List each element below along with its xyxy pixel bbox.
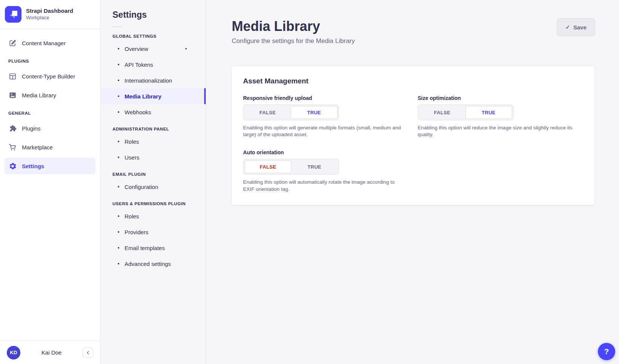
bullet-icon	[118, 231, 119, 233]
settings-nav-item-label: API Tokens	[125, 61, 153, 68]
field-help: Enabling this option will generate multi…	[243, 124, 405, 138]
sidebar-item-label: Media Library	[22, 92, 56, 98]
bullet-icon	[118, 48, 119, 49]
toggle-option-true[interactable]: TRUE	[465, 106, 512, 119]
settings-nav-item-webhooks[interactable]: Webhooks	[100, 104, 206, 120]
settings-nav-item-label: Email templates	[125, 245, 165, 251]
pen-icon	[8, 39, 17, 47]
settings-nav-item-label: Users	[125, 154, 139, 161]
field-label: Size optimization	[418, 95, 584, 101]
nav-section-title: PLUGINS	[5, 59, 95, 63]
bullet-icon	[118, 186, 119, 187]
sidebar-item-plugins[interactable]: Plugins	[5, 120, 95, 137]
settings-nav-item-media-library[interactable]: Media Library	[100, 88, 206, 104]
bullet-icon	[118, 247, 119, 249]
avatar[interactable]: KD	[7, 346, 20, 359]
settings-nav-item-label: Media Library	[125, 93, 162, 100]
sidebar-item-settings[interactable]: Settings	[5, 158, 95, 174]
bullet-icon	[118, 263, 119, 264]
help-button[interactable]: ?	[598, 343, 615, 360]
user-name: Kai Doe	[24, 349, 79, 356]
bullet-icon	[118, 64, 119, 65]
toggle-option-true[interactable]: TRUE	[291, 160, 337, 173]
collapse-sidebar-button[interactable]	[83, 347, 93, 358]
brand-text: Strapi Dashboard Workplace	[26, 8, 73, 21]
save-button-label: Save	[573, 24, 587, 31]
cart-icon	[8, 143, 17, 151]
field-responsive-friendly-upload: Responsive friendly upload FALSE TRUE En…	[243, 95, 409, 138]
field-help: Enabling this option will reduce the ima…	[418, 124, 580, 138]
field-size-optimization: Size optimization FALSE TRUE Enabling th…	[418, 95, 584, 138]
gear-icon	[8, 162, 17, 170]
field-auto-orientation: Auto orientation FALSE TRUE Enabling thi…	[243, 149, 409, 192]
subnav-section-global-settings: GLOBAL SETTINGS Overview API Tokens Inte…	[100, 34, 206, 120]
toggle-auto-orientation: FALSE TRUE	[243, 159, 339, 175]
primary-sidebar: Strapi Dashboard Workplace Content Manag…	[0, 0, 100, 364]
settings-nav-item-overview[interactable]: Overview	[100, 41, 206, 57]
sidebar-item-content-manager[interactable]: Content Manager	[5, 35, 95, 51]
settings-nav-item-label: Configuration	[125, 184, 158, 190]
settings-nav-item-internationalization[interactable]: Internationalization	[100, 72, 206, 88]
bullet-icon	[118, 215, 119, 217]
picture-icon	[8, 91, 17, 99]
chevron-left-icon	[86, 351, 90, 355]
settings-nav-item-label: Overview	[125, 46, 148, 52]
save-button[interactable]: ✓ Save	[557, 18, 595, 36]
subnav-title: Settings	[100, 10, 206, 20]
subnav-section-administration-panel: ADMINISTRATION PANEL Roles Users	[100, 127, 206, 165]
settings-nav-item-label: Webhooks	[125, 109, 151, 115]
check-icon: ✓	[565, 24, 570, 30]
app-title: Strapi Dashboard	[26, 8, 73, 15]
puzzle-icon	[8, 124, 17, 132]
settings-nav-item-label: Roles	[125, 138, 139, 145]
brand-header[interactable]: Strapi Dashboard Workplace	[0, 0, 100, 29]
sidebar-item-label: Content-Type Builder	[22, 73, 75, 80]
field-label: Auto orientation	[243, 149, 409, 155]
bullet-icon	[118, 157, 119, 158]
nav-section-title: GENERAL	[5, 111, 95, 115]
settings-nav-item-email-templates[interactable]: Email templates	[100, 240, 206, 256]
nav-section-plugins: PLUGINS Content-Type Builder	[5, 59, 95, 103]
settings-nav-item-configuration[interactable]: Configuration	[100, 179, 206, 195]
subnav-section-title: ADMINISTRATION PANEL	[100, 127, 206, 131]
bullet-icon	[118, 80, 119, 81]
primary-nav: Content Manager PLUGINS Content-Type Bui…	[0, 29, 100, 341]
subnav-section-title: EMAIL PLUGIN	[100, 172, 206, 177]
fields-grid: Responsive friendly upload FALSE TRUE En…	[243, 95, 583, 193]
sidebar-item-marketplace[interactable]: Marketplace	[5, 139, 95, 155]
subnav-section-title: GLOBAL SETTINGS	[100, 34, 206, 38]
settings-nav-item-api-tokens[interactable]: API Tokens	[100, 57, 206, 72]
toggle-option-false[interactable]: FALSE	[245, 106, 291, 119]
settings-nav-item-advanced-settings[interactable]: Advanced settings	[100, 256, 206, 272]
subnav-section-email-plugin: EMAIL PLUGIN Configuration	[100, 172, 206, 195]
strapi-logo-icon	[5, 6, 22, 23]
divider	[112, 26, 122, 27]
settings-nav-item-label: Roles	[125, 213, 139, 220]
toggle-option-false[interactable]: FALSE	[245, 160, 291, 173]
toggle-responsive-friendly-upload: FALSE TRUE	[243, 104, 339, 120]
sidebar-item-media-library[interactable]: Media Library	[5, 87, 95, 103]
bullet-icon	[118, 111, 119, 113]
toggle-option-false[interactable]: FALSE	[419, 106, 465, 119]
nav-section-general: GENERAL Plugins	[5, 111, 95, 174]
sidebar-item-label: Settings	[22, 163, 44, 169]
field-label: Responsive friendly upload	[243, 95, 409, 101]
sidebar-item-label: Marketplace	[22, 144, 53, 151]
bullet-icon	[118, 141, 119, 142]
settings-nav-item-providers[interactable]: Providers	[100, 224, 206, 240]
toggle-option-true[interactable]: TRUE	[291, 106, 337, 119]
notification-dot	[185, 48, 187, 49]
settings-nav-item-roles[interactable]: Roles	[100, 134, 206, 149]
app-window: Strapi Dashboard Workplace Content Manag…	[0, 0, 619, 364]
sidebar-item-content-type-builder[interactable]: Content-Type Builder	[5, 68, 95, 84]
page-title: Media Library	[232, 19, 594, 34]
subnav-section-title: USERS & PERMISSIONS PLUGIN	[100, 201, 206, 206]
toggle-size-optimization: FALSE TRUE	[418, 104, 514, 120]
page-subtitle: Configure the settings for the Media Lib…	[232, 37, 594, 45]
asset-management-card: Asset Management Responsive friendly upl…	[232, 66, 594, 205]
bullet-icon	[118, 95, 119, 97]
layout-icon	[8, 72, 17, 80]
settings-nav-item-up-roles[interactable]: Roles	[100, 208, 206, 224]
card-title: Asset Management	[243, 77, 583, 85]
settings-nav-item-users[interactable]: Users	[100, 149, 206, 165]
